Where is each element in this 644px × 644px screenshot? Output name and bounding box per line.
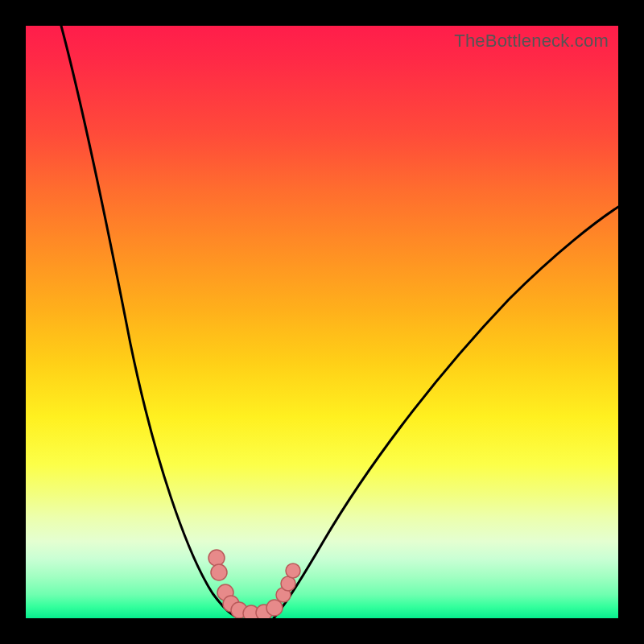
plot-area: TheBottleneck.com xyxy=(26,26,618,618)
chart-frame: TheBottleneck.com xyxy=(0,0,644,644)
left-curve xyxy=(61,26,240,618)
valley-dots-group xyxy=(208,550,300,618)
valley-dot xyxy=(266,600,283,616)
valley-dot xyxy=(286,564,300,578)
valley-dot xyxy=(208,550,225,566)
curves-layer xyxy=(26,26,618,618)
valley-dot xyxy=(211,564,227,580)
right-curve xyxy=(274,207,618,618)
